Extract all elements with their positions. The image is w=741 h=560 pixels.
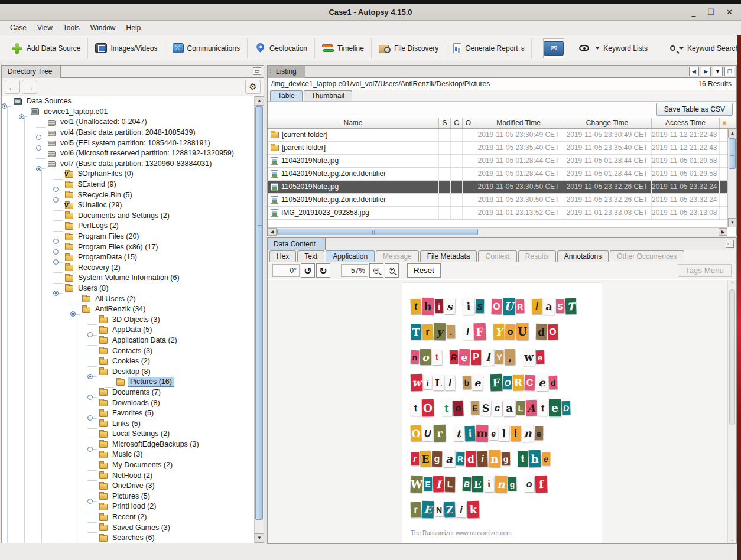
tree-item[interactable]: My Documents (2) [2,460,254,471]
table-row[interactable]: 11042019Note.jpg2019-11-05 01:28:44 CET2… [268,155,727,168]
tree-item[interactable]: Program Files (x86) (17) [2,242,254,252]
tree-item[interactable]: Saved Games (3) [2,522,254,533]
rotate-counterclockwise-button[interactable]: ↺ [301,263,315,278]
tree-scrollbar-thumb[interactable] [255,106,263,520]
reset-button[interactable]: Reset [407,263,441,278]
menu-help[interactable]: Help [121,21,147,35]
menu-tools[interactable]: Tools [58,21,85,35]
tree-item[interactable]: Recent (2) [2,512,254,523]
file-discovery-button[interactable]: File Discovery [373,41,444,56]
menu-window[interactable]: Window [85,21,121,35]
scroll-right-icon[interactable]: ▶ [701,67,711,76]
scroll-up-icon[interactable]: ▲ [728,129,737,138]
communications-button[interactable]: Communications [167,40,245,56]
tree-item[interactable]: PerfLogs (2) [2,221,254,232]
tab-annotations[interactable]: Annotations [557,250,609,262]
keyword-lists-button[interactable]: Keyword Lists [574,41,653,56]
tree-item[interactable]: Documents and Settings (2) [2,211,254,222]
maximize-button[interactable]: ❐ [707,8,714,17]
listing-scrollbar-thumb[interactable] [729,138,736,169]
close-button[interactable]: ✕ [726,8,733,17]
tab-thumbnail[interactable]: Thumbnail [304,90,352,101]
column-header-o[interactable]: O [463,118,474,128]
tab-table[interactable]: Table [270,90,303,101]
tree-item[interactable]: Favorites (5) [2,408,254,419]
tree-item[interactable]: Users (8) [2,284,254,294]
tree-item[interactable]: vol7 (Basic data partition: 1320960-8388… [2,159,254,170]
tree-item[interactable]: PrintHood (2) [2,502,254,512]
tree-item[interactable]: Pictures (5) [2,491,254,502]
menu-view[interactable]: View [32,21,58,35]
listing-hscrollbar-thumb[interactable] [277,229,478,235]
back-button[interactable]: ← [5,80,20,94]
minimize-panel-icon[interactable]: ▭ [726,240,734,248]
table-row[interactable]: IMG_20191023_092858.jpg2019-11-01 23:13:… [268,207,727,220]
directory-tree-tab[interactable]: Directory Tree [2,66,61,78]
tree-item[interactable]: Links (5) [2,418,254,429]
scroll-left-icon[interactable]: ◀ [689,67,699,76]
minimize-button[interactable]: _ [691,8,696,17]
tree-item[interactable]: NetHood (2) [2,470,254,481]
table-settings-icon[interactable]: ✳ [720,118,729,128]
zoom-out-button[interactable]: − [369,263,384,278]
table-row[interactable]: 11052019Note.jpg:Zone.Identifier2019-11-… [268,194,727,207]
tree-item[interactable]: Contacts (3) [2,346,254,356]
tree-item[interactable]: Desktop (8) [2,366,254,377]
scroll-left-icon[interactable]: ◀ [268,228,277,236]
tree-item[interactable]: System Volume Information (6) [2,273,254,284]
tree-item[interactable]: OneDrive (3) [2,481,254,491]
table-row[interactable]: 11042019Note.jpg:Zone.Identifier2019-11-… [268,168,727,181]
tree-item[interactable]: $Extend (9) [2,180,254,190]
tree-item[interactable]: Recovery (2) [2,263,254,274]
scroll-down-icon[interactable]: ⌄ [728,536,736,542]
tree-item[interactable]: Music (3) [2,450,254,460]
message-button[interactable]: ✉ [543,38,564,58]
tree-item[interactable]: AppData (5) [2,325,254,336]
keyword-search-button[interactable]: Keyword Search [665,41,741,56]
tree-item[interactable]: Data Sources [2,96,254,107]
column-header-s[interactable]: S [439,118,451,128]
scroll-down-icon[interactable]: ▼ [255,533,264,543]
tree-item[interactable]: Downloads (8) [2,398,254,408]
tree-item[interactable]: vol1 (Unallocated: 0-2047) [2,117,254,128]
column-header-modified-time[interactable]: Modified Time [474,118,563,128]
geolocation-button[interactable]: Geolocation [249,40,313,56]
data-content-tab[interactable]: Data Content [268,238,326,250]
tree-item[interactable]: device1_laptop.e01 [2,107,254,118]
tree-item[interactable]: Application Data (2) [2,336,254,346]
column-header-c[interactable]: C [451,118,463,128]
tree-item[interactable]: Searches (6) [2,533,254,543]
tree-item[interactable]: MicrosoftEdgeBackups (3) [2,439,254,450]
minimize-panel-icon[interactable]: ▭ [253,67,261,75]
tree-vertical-scrollbar[interactable]: ▲ ▼ [254,96,264,543]
column-header-name[interactable]: Name [268,118,439,128]
scroll-right-icon[interactable]: ▶ [719,228,727,236]
table-row[interactable]: 11052019Note.jpg2019-11-05 23:30:50 CET2… [268,181,727,194]
tree-item[interactable]: Program Files (20) [2,232,254,242]
tab-text[interactable]: Text [297,250,324,262]
rotation-field[interactable]: 0° [272,264,300,277]
tab-hex[interactable]: Hex [269,250,296,262]
tree-item[interactable]: All Users (2) [2,294,254,304]
table-row[interactable]: [parent folder]2019-11-05 23:35:40 CET20… [268,142,727,155]
zoom-in-button[interactable]: + [385,263,399,278]
save-table-csv-button[interactable]: Save Table as CSV [656,103,733,116]
table-row[interactable]: [current folder]2019-11-05 23:30:49 CET2… [268,129,727,142]
generate-report-button[interactable]: Generate Report» [448,40,529,56]
viewer-vertical-scrollbar[interactable]: ⌃ ⌄ [727,280,736,543]
maximize-panel-icon[interactable]: ☐ [724,67,734,76]
tags-menu-button[interactable]: Tags Menu [678,264,732,277]
scroll-up-icon[interactable]: ⌃ [728,281,736,287]
listing-vertical-scrollbar[interactable]: ▲ ▼ [727,129,736,227]
timeline-button[interactable]: Timeline [317,41,369,56]
menu-case[interactable]: Case [5,21,32,35]
forward-button[interactable]: → [22,80,37,94]
tree-item[interactable]: Cookies (2) [2,356,254,367]
titlebar[interactable]: Case1 - Autopsy 4.15.0 _ ❐ ✕ [0,4,741,21]
tab-list-dropdown-icon[interactable]: ▼ [713,67,723,76]
column-header-change-time[interactable]: Change Time [563,118,652,128]
tree-item[interactable]: Pictures (16) [2,377,254,388]
zoom-field[interactable]: 57% [341,264,368,277]
tree-item[interactable]: ProgramData (15) [2,252,254,263]
listing-tab[interactable]: Listing [268,66,306,78]
